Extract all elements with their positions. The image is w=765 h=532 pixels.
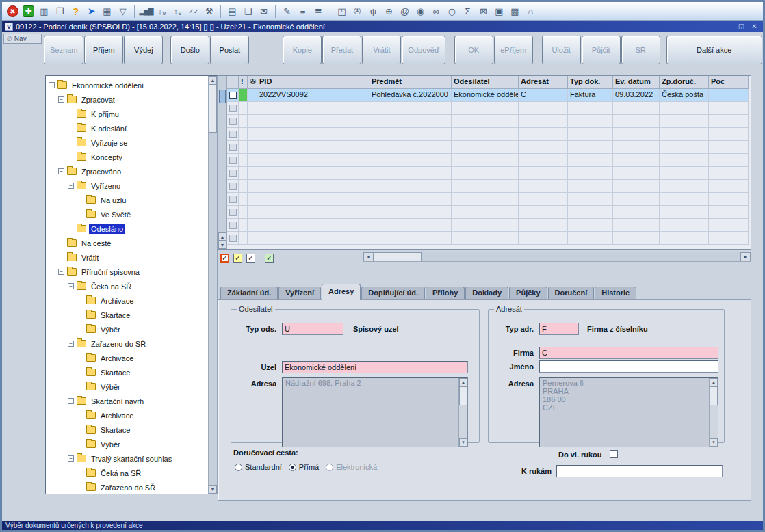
sort-asc-icon[interactable]: ↑₉ [170,4,185,18]
grid-scroll-up-icon[interactable]: ▲ [218,232,226,241]
open-window-icon[interactable]: ◳ [335,4,349,18]
tree-item-v-b-r[interactable]: Výběr [46,322,208,336]
action-button-p-edat[interactable]: Předat [322,36,361,64]
tab-z-kladn-d[interactable]: Základní úd. [220,287,278,300]
firma-input[interactable] [539,347,718,359]
print-preview-icon[interactable]: ❏ [241,4,255,18]
calendar-icon[interactable]: ▦ [100,4,114,18]
tree-toggle-icon[interactable]: − [58,168,64,174]
tree-item-vy-zeno[interactable]: −Vyřízeno [46,178,208,193]
k-rukam-input[interactable] [556,465,723,477]
tab-dopl-uj-c-d[interactable]: Doplňující úd. [361,287,425,300]
excel-export-icon[interactable]: ⊠ [476,4,491,18]
action-button-s[interactable]: SŘ [621,36,660,64]
edit-icon[interactable]: ✎ [280,4,294,18]
scroll-up-icon[interactable]: ▲ [459,378,467,386]
grid-vscrollbar-thumb[interactable] [219,90,226,103]
action-button-kopie[interactable]: Kopie [283,36,322,64]
filter-checkbox-3[interactable]: ✓ [246,254,255,263]
action-button-odpov[interactable]: Odpověď [402,36,445,64]
adresat-adresa-scrollbar[interactable]: ▲ ▼ [709,378,718,447]
scroll-up-icon[interactable]: ▲ [209,76,217,85]
tree-item-archivace[interactable]: Archivace [46,293,208,308]
tree-item-skartace[interactable]: Skartace [46,365,208,380]
row-checkbox[interactable] [229,92,237,99]
action-button-ep-jem[interactable]: ePříjem [494,36,533,64]
link-icon[interactable]: ψ [366,4,380,18]
grid-hscrollbar-thumb[interactable] [374,252,422,261]
radio-elektronick[interactable]: Elektronická [326,463,377,471]
save-icon[interactable]: ▥ [37,4,51,18]
scroll-up-icon[interactable]: ▲ [710,378,718,386]
attachment-icon[interactable]: ✇ [350,4,365,18]
tab-adresy[interactable]: Adresy [322,284,361,300]
uzel-input[interactable] [282,361,468,373]
table-row[interactable]: 2022VVS0092Pohledávka č.2022000Ekonomick… [227,89,751,102]
scroll-left-icon[interactable]: ◄ [363,252,374,261]
grid-vscrollbar[interactable]: ▲ ▼ [218,76,227,249]
grid-scroll-down-icon[interactable]: ▼ [218,241,226,249]
adresat-adresa-field[interactable]: Pernerova 6 PRAHA 186 00 CZE ▲ ▼ [539,377,718,447]
action-button-dal-akce[interactable]: Další akce [666,36,762,64]
tree-toggle-icon[interactable]: − [68,455,74,462]
scrollbar-thumb[interactable] [710,386,718,405]
typ-ods-input[interactable] [282,323,343,335]
action-button-v-dej[interactable]: Výdej [124,36,163,64]
tasklist-icon[interactable]: ≣ [311,4,326,18]
filter-checkbox-4[interactable]: ✓ [265,254,274,263]
tree-item-v-b-r[interactable]: Výběr [46,437,208,451]
scrollbar-thumb[interactable] [459,386,467,405]
tree-item-ek-na-s[interactable]: −Čeká na SŘ [46,279,208,293]
tab-doru-en[interactable]: Doručení [548,287,595,300]
filter-checkbox-1[interactable]: ✓ [220,254,229,263]
scroll-right-icon[interactable]: ► [740,252,751,261]
tree-item-skarta-n-n-vrh[interactable]: −Skartační návrh [46,394,208,408]
odesilatel-adresa-scrollbar[interactable]: ▲ ▼ [458,378,467,447]
tree-item-k-odesl-n[interactable]: K odeslání [46,121,208,135]
tab-p-lohy[interactable]: Přílohy [426,287,465,300]
tree-item-ek-na-s[interactable]: Čeká na SŘ [46,466,208,480]
tree-toggle-icon[interactable]: − [58,96,64,103]
typ-adr-input[interactable] [539,323,579,335]
scroll-down-icon[interactable]: ▼ [209,485,217,494]
run-icon[interactable]: ➤ [84,4,99,18]
tab-historie[interactable]: Historie [595,287,636,300]
tree-item-zpracov-no[interactable]: −Zpracováno [46,164,208,178]
new-icon[interactable]: ✚ [23,5,34,17]
filter-checkbox-2[interactable]: ✓ [233,254,242,263]
list-icon[interactable]: ≡ [296,4,310,18]
tree-toggle-icon[interactable]: − [68,398,74,404]
help-icon[interactable]: ? [68,4,83,18]
tab-p-j-ky[interactable]: Půjčky [509,287,547,300]
tree-item-odesl-no[interactable]: Odesláno [46,222,208,236]
radio-standardn[interactable]: Standardní [235,463,282,471]
action-button-ulo-it[interactable]: Uložit [542,36,581,64]
grid-hscrollbar[interactable]: ◄ ► [363,252,751,262]
tree-item-archivace[interactable]: Archivace [46,351,208,365]
copy-icon[interactable]: ❐ [53,4,67,18]
tree-item-archivace[interactable]: Archivace [46,408,208,423]
tree-scrollbar-thumb[interactable] [209,85,217,133]
check-all-icon[interactable]: ✓✓ [186,4,200,18]
tree-item-skartace[interactable]: Skartace [46,423,208,437]
tree-item-trval-skarta-n-souhlas[interactable]: −Trvalý skartační souhlas [46,451,208,466]
tab-doklady[interactable]: Doklady [465,287,508,300]
tree-scrollbar[interactable]: ▲ ▼ [208,76,217,494]
tree-item-vy-izuje-se[interactable]: Vyřizuje se [46,135,208,150]
nav-tab[interactable]: ∅ Nav [3,34,42,44]
tree-item-za-azeno-do-s[interactable]: Zařazeno do SŘ [46,480,208,494]
jmeno-input[interactable] [539,360,718,373]
tree-item-zpracovat[interactable]: −Zpracovat [46,92,208,107]
tree-item-na-uzlu[interactable]: Na uzlu [46,193,208,207]
reading-glasses-icon[interactable]: ∞ [429,4,443,18]
scroll-down-icon[interactable]: ▼ [710,438,718,447]
radio-p-m[interactable]: Přímá [289,463,319,471]
tree-item-k-p-jmu[interactable]: K příjmu [46,107,208,121]
tree-item-na-cest[interactable]: Na cestě [46,236,208,250]
action-button-ok[interactable]: OK [454,36,493,64]
tree-toggle-icon[interactable]: − [58,269,64,275]
tools-icon[interactable]: ⚒ [202,4,216,18]
tree-item-v-b-r[interactable]: Výběr [46,380,208,394]
tab-vy-zen[interactable]: Vyřízení [278,287,321,300]
tree-toggle-icon[interactable]: − [68,341,74,347]
